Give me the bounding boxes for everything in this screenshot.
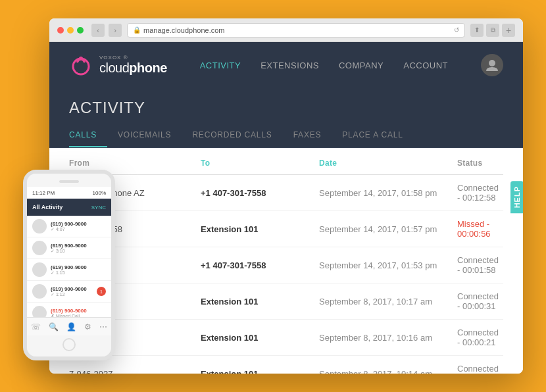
phone-item-info: (619) 900-9000 ✓ 1:15 xyxy=(51,264,106,276)
table-header: From To Date Status xyxy=(69,148,503,175)
phone-item-name: (619) 900-9000 xyxy=(51,221,106,227)
table-row: 7-946-2927 Extension 101 September 8, 20… xyxy=(69,356,503,374)
svg-point-0 xyxy=(73,59,89,74)
logo-icon xyxy=(69,53,93,77)
minimize-dot[interactable] xyxy=(67,27,74,34)
notification-badge: 1 xyxy=(97,287,106,296)
phone-list-item[interactable]: (619) 900-9000 ✓ 1:12 1 xyxy=(27,281,111,303)
help-tab[interactable]: HELP xyxy=(510,181,523,213)
svg-point-1 xyxy=(79,57,83,61)
phone-list-item[interactable]: (619) 900-9000 ✓ 4:07 xyxy=(27,216,111,237)
tab-calls[interactable]: CALLS xyxy=(69,124,107,147)
phone-item-name: (619) 900-9000 xyxy=(51,243,106,249)
table-area: From To Date Status ↗ Cloud Phone AZ +1 … xyxy=(49,148,523,374)
phone-header: All Activity SYNC xyxy=(27,199,111,216)
phone-list: (619) 900-9000 ✓ 4:07 (619) 900-9000 ✓ 3… xyxy=(27,216,111,317)
status-cell: Connected - 00:12:58 xyxy=(457,183,503,203)
close-dot[interactable] xyxy=(57,27,64,34)
sub-nav-tabs: CALLS VOICEMAILS RECORDED CALLS FAXES PL… xyxy=(69,124,503,147)
table-row: 7-946-2927 Extension 101 September 8, 20… xyxy=(69,283,503,320)
maximize-dot[interactable] xyxy=(77,27,84,34)
scene: ‹ › 🔒 manage.cloudphone.com ↺ ⬆ ⧉ + xyxy=(23,18,523,374)
phone-item-info: (619) 900-9000 ✓ 3:10 xyxy=(51,243,106,254)
phone-home-button[interactable] xyxy=(62,338,76,351)
phone-contacts-icon[interactable]: 👤 xyxy=(66,322,76,331)
svg-point-2 xyxy=(489,60,495,66)
browser-chrome: ‹ › 🔒 manage.cloudphone.com ↺ ⬆ ⧉ + xyxy=(49,18,523,42)
sub-nav: ACTIVITY CALLS VOICEMAILS RECORDED CALLS… xyxy=(49,88,523,148)
phone-time: 11:12 PM xyxy=(32,190,55,196)
to-cell: Extension 101 xyxy=(201,297,319,306)
status-cell: Connected - 00:01:58 xyxy=(457,255,503,275)
tab-recorded-calls[interactable]: RECORDED CALLS xyxy=(192,124,282,147)
status-cell: Connected - 00:00:31 xyxy=(457,291,503,311)
phone-top-area xyxy=(27,174,111,187)
date-cell: September 14, 2017, 01:58 pm xyxy=(319,188,457,198)
date-cell: September 14, 2017, 01:57 pm xyxy=(319,224,457,234)
tab-faxes[interactable]: FAXES xyxy=(293,124,332,147)
browser-nav: ‹ › xyxy=(91,24,122,37)
tab-voicemails[interactable]: VOICEMAILS xyxy=(118,124,182,147)
phone-item-info: (619) 900-9000 ✗ Missed Call xyxy=(51,308,106,318)
logo-text: VOXOX ® cloudphone xyxy=(99,55,167,76)
phone-sync-button[interactable]: SYNC xyxy=(91,205,106,210)
user-icon xyxy=(485,58,499,72)
nav-activity[interactable]: ACTIVITY xyxy=(200,61,241,70)
to-cell: Extension 101 xyxy=(201,333,319,343)
phone-screen: 11:12 PM 100% All Activity SYNC (619) 90… xyxy=(27,174,111,356)
address-bar[interactable]: 🔒 manage.cloudphone.com ↺ xyxy=(127,23,465,37)
new-tab-icon[interactable]: ⧉ xyxy=(486,24,499,37)
phone-header-title: All Activity xyxy=(32,204,62,210)
phone-tab-icon[interactable]: ☏ xyxy=(31,322,41,331)
phone-item-sub: ✓ 1:12 xyxy=(51,292,93,297)
to-cell: +1 407-301-7558 xyxy=(201,260,319,270)
col-date: Date xyxy=(319,159,457,168)
tab-place-a-call[interactable]: PLACE A CALL xyxy=(342,124,413,147)
browser-actions: ⬆ ⧉ + xyxy=(470,24,515,37)
refresh-icon[interactable]: ↺ xyxy=(454,26,459,34)
share-button[interactable]: ⬆ xyxy=(470,24,484,37)
back-button[interactable]: ‹ xyxy=(91,24,105,37)
status-cell: Connected - 00:00:35 xyxy=(457,364,503,374)
to-cell: Extension 101 xyxy=(201,224,319,234)
phone-mockup: 11:12 PM 100% All Activity SYNC (619) 90… xyxy=(23,170,115,360)
phone-list-item[interactable]: (619) 900-9000 ✓ 1:15 xyxy=(27,259,111,281)
nav-extensions[interactable]: EXTENSIONS xyxy=(261,61,319,70)
status-cell: Connected - 00:00:21 xyxy=(457,328,503,347)
from-cell: 7-946-2927 xyxy=(69,369,201,374)
phone-avatar xyxy=(32,306,47,317)
phone-settings-icon[interactable]: ⚙ xyxy=(84,322,91,331)
logo-area: VOXOX ® cloudphone xyxy=(69,53,167,77)
phone-item-info: (619) 900-9000 ✓ 1:12 xyxy=(51,286,93,297)
lock-icon: 🔒 xyxy=(133,26,141,34)
browser-window: ‹ › 🔒 manage.cloudphone.com ↺ ⬆ ⧉ + xyxy=(49,18,523,374)
phone-item-name: (619) 900-9000 xyxy=(51,286,93,292)
date-cell: September 14, 2017, 01:53 pm xyxy=(319,260,457,270)
phone-list-item[interactable]: (619) 900-9000 ✓ 3:10 xyxy=(27,237,111,259)
phone-avatar xyxy=(32,219,47,233)
phone-avatar xyxy=(32,241,47,255)
app-header: VOXOX ® cloudphone ACTIVITY EXTENSIONS C… xyxy=(49,42,523,88)
from-value: 7-946-2927 xyxy=(69,369,113,374)
phone-item-sub: ✓ 1:15 xyxy=(51,270,106,276)
nav-links: ACTIVITY EXTENSIONS COMPANY ACCOUNT xyxy=(200,54,503,76)
table-row: d Phone AZ +1 407-301-7558 September 14,… xyxy=(69,247,503,283)
to-cell: +1 407-301-7558 xyxy=(201,188,319,198)
table-row: 7-946-2927 Extension 101 September 8, 20… xyxy=(69,320,503,356)
col-from: From xyxy=(69,159,201,168)
phone-avatar xyxy=(32,284,47,299)
nav-account[interactable]: ACCOUNT xyxy=(403,61,448,70)
to-cell: Extension 101 xyxy=(201,369,319,374)
phone-more-icon[interactable]: ⋯ xyxy=(99,322,107,331)
phone-list-item[interactable]: (619) 900-9000 ✗ Missed Call xyxy=(27,303,111,317)
phone-bottom-bar: ☏ 🔍 👤 ⚙ ⋯ xyxy=(27,317,111,335)
nav-company[interactable]: COMPANY xyxy=(339,61,384,70)
url-text: manage.cloudphone.com xyxy=(143,26,225,34)
add-tab-button[interactable]: + xyxy=(502,24,515,37)
user-avatar[interactable] xyxy=(481,54,503,76)
phone-item-info: (619) 900-9000 ✓ 4:07 xyxy=(51,221,106,232)
page-title: ACTIVITY xyxy=(69,88,503,124)
forward-button[interactable]: › xyxy=(109,24,122,37)
phone-search-icon[interactable]: 🔍 xyxy=(49,322,59,331)
date-cell: September 8, 2017, 10:14 am xyxy=(319,369,457,374)
